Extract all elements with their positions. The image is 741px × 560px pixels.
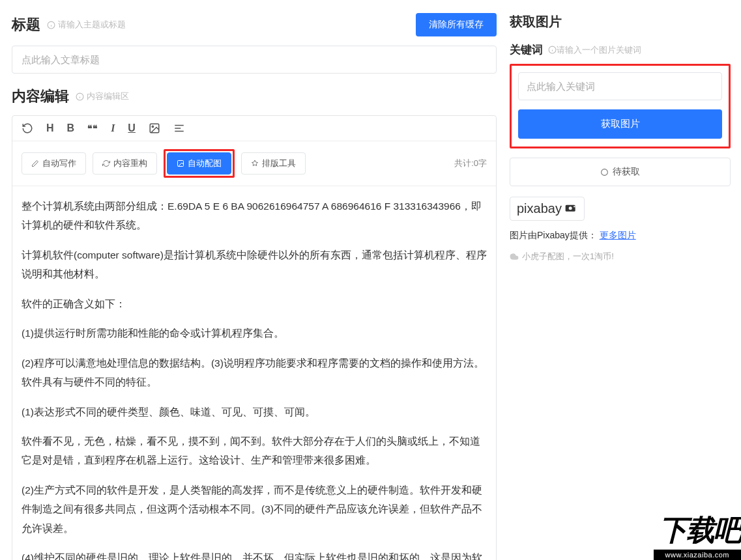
svg-point-7 xyxy=(152,126,153,127)
heading-button[interactable]: H xyxy=(46,122,54,134)
keyword-hint: 请输入一个图片关键词 xyxy=(548,44,641,56)
content-paragraph: (1)表达形式不同的硬件类型、颜色、味道、可见、可摸、可闻。 xyxy=(22,402,487,421)
bold-button[interactable]: B xyxy=(67,122,75,134)
keyword-input[interactable] xyxy=(518,72,722,100)
undo-button[interactable] xyxy=(22,122,33,134)
content-rebuild-button[interactable]: 内容重构 xyxy=(93,152,157,175)
action-toolbar: 自动写作 内容重构 自动配图 排版工具 共计:0字 xyxy=(12,141,496,186)
content-paragraph: (2)程序可以满意地处理信息的数据结构。(3)说明程序功能要求和程序需要的文档的… xyxy=(22,354,487,392)
watermark-url: www.xiazaiba.com xyxy=(654,550,741,560)
content-paragraph: 整个计算机系统由两部分组成：E.69DA 5 E 6 BA 9062616964… xyxy=(22,197,487,235)
clear-cache-button[interactable]: 清除所有缓存 xyxy=(416,13,497,36)
more-images-link[interactable]: 更多图片 xyxy=(600,230,636,240)
keyword-row: 关键词 请输入一个图片关键词 xyxy=(510,42,731,57)
title-section-header: 标题 请输入主题或标题 清除所有缓存 xyxy=(12,13,497,36)
highlight-auto-image: 自动配图 xyxy=(164,149,235,178)
refresh-icon xyxy=(102,160,110,167)
svg-point-17 xyxy=(569,206,572,210)
sidebar-heading: 获取图片 xyxy=(510,13,731,31)
tip-line: 小虎子配图，一次1淘币! xyxy=(510,251,731,262)
circle-icon xyxy=(600,168,609,176)
title-heading: 标题 xyxy=(12,15,40,35)
editor-heading: 内容编辑 xyxy=(12,87,69,106)
layout-tool-button[interactable]: 排版工具 xyxy=(241,152,306,175)
content-paragraph: 计算机软件(computer software)是指计算机系统中除硬件以外的所有… xyxy=(22,245,487,284)
format-toolbar: H B ❝❝ I U xyxy=(12,116,496,141)
content-area[interactable]: 整个计算机系统由两部分组成：E.69DA 5 E 6 BA 9062616964… xyxy=(12,186,496,560)
editor-section-header: 内容编辑 内容编辑区 xyxy=(12,87,497,106)
camera-icon xyxy=(564,203,577,214)
svg-point-15 xyxy=(602,169,608,175)
info-icon xyxy=(47,21,55,29)
image-button[interactable] xyxy=(149,122,160,134)
provider-info: 图片由Pixabay提供： 更多图片 xyxy=(510,230,731,242)
auto-write-button[interactable]: 自动写作 xyxy=(22,152,86,175)
cloud-icon xyxy=(510,252,519,261)
editor-hint: 内容编辑区 xyxy=(76,91,129,102)
pixabay-logo[interactable]: pixabay xyxy=(510,197,585,221)
quote-button[interactable]: ❝❝ xyxy=(87,123,98,133)
fetch-image-button[interactable]: 获取图片 xyxy=(518,109,722,139)
align-button[interactable] xyxy=(173,122,185,134)
svg-rect-18 xyxy=(574,206,575,208)
content-paragraph: 软件的正确含义如下： xyxy=(22,294,487,313)
main-column: 标题 请输入主题或标题 清除所有缓存 内容编辑 内容编辑区 H B ❝❝ xyxy=(0,0,510,560)
italic-button[interactable]: I xyxy=(111,122,115,134)
underline-button[interactable]: U xyxy=(128,122,136,134)
article-title-input[interactable] xyxy=(12,46,497,74)
info-icon xyxy=(76,92,84,101)
auto-image-button[interactable]: 自动配图 xyxy=(167,152,231,175)
watermark-text: 下载吧 xyxy=(654,511,741,550)
editor-box: H B ❝❝ I U 自动写作 内容重构 xyxy=(12,115,497,560)
content-paragraph: 软件看不见，无色，枯燥，看不见，摸不到，闻不到。软件大部分存在于人们的头脑或纸上… xyxy=(22,432,487,470)
content-paragraph: (1)提供运行时所需功能和性能的命令或计算机程序集合。 xyxy=(22,324,487,343)
content-paragraph: (4)维护不同的硬件是旧的，理论上软件是旧的，并不坏，但实际上软件也是旧的和坏的… xyxy=(22,548,487,560)
keyword-label: 关键词 xyxy=(510,42,543,57)
sidebar: 获取图片 关键词 请输入一个图片关键词 获取图片 待获取 pixabay 图片由… xyxy=(510,0,741,560)
highlight-keyword-box: 获取图片 xyxy=(510,64,731,148)
title-hint: 请输入主题或标题 xyxy=(47,19,126,31)
layout-icon xyxy=(251,160,259,167)
word-counter: 共计:0字 xyxy=(454,158,487,169)
watermark: 下载吧 www.xiazaiba.com xyxy=(654,511,741,560)
pencil-icon xyxy=(31,160,39,167)
content-paragraph: (2)生产方式不同的软件是开发，是人类智能的高发挥，而不是传统意义上的硬件制造。… xyxy=(22,481,487,538)
image-icon xyxy=(177,160,184,167)
status-button[interactable]: 待获取 xyxy=(510,158,731,186)
info-icon xyxy=(548,46,557,54)
